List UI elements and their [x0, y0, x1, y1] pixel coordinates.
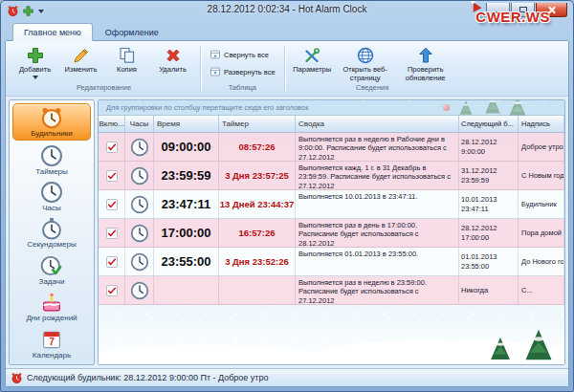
edit-button[interactable]: Изменить: [58, 44, 103, 82]
update-arrow-icon: [416, 46, 435, 65]
check-update-button[interactable]: Проверить обновление: [396, 44, 455, 82]
tree-decoration: [526, 330, 552, 360]
timer-icon: [40, 144, 63, 167]
collapse-icon: [210, 49, 221, 60]
clock-icon: [130, 252, 149, 272]
alarm-countdown: 3 Дня 23:52:26: [219, 248, 296, 275]
table-body: 09:00:00 08:57:26 Выполняется раз в неде…: [99, 133, 564, 305]
sidebar-item-alarms[interactable]: Будильники: [12, 103, 91, 141]
column-header-next[interactable]: Следующий б...: [459, 116, 519, 132]
copy-button[interactable]: Копия: [104, 44, 149, 82]
tasks-icon: [40, 254, 63, 277]
clock-icon: [130, 281, 149, 300]
quick-add-icon[interactable]: [22, 5, 34, 17]
sidebar-item-calendar[interactable]: Календарь: [12, 326, 91, 361]
app-window: 28.12.2012 0:02:34 - Hot Alarm Clock CWE…: [0, 0, 574, 392]
tree-decoration: [491, 338, 510, 359]
ribbon-divider: [284, 46, 285, 91]
alarm-next: 10.01.2013 23:47:11: [459, 190, 519, 218]
enabled-checkbox[interactable]: [106, 142, 118, 153]
sidebar-item-stopwatches[interactable]: Секундомеры: [12, 215, 91, 250]
check-icon: [107, 286, 117, 295]
globe-icon: [356, 46, 375, 65]
watermark: CWER.WS: [475, 9, 550, 25]
expand-icon: [210, 66, 221, 77]
alarm-countdown: [219, 276, 296, 304]
status-bar: Следующий будильник: 28.12.2012 9:00:00 …: [6, 368, 568, 386]
tab-main-menu[interactable]: Главное меню: [12, 23, 93, 41]
tab-appearance[interactable]: Оформление: [95, 23, 169, 41]
table-row[interactable]: 23:59:59 3 Дня 23:57:25 Выполняется кажд…: [99, 162, 564, 190]
add-button[interactable]: Добавить: [12, 44, 57, 82]
alarm-next: 28.12.2012 17:00:00: [459, 219, 519, 247]
table-row[interactable]: 23:55:00 3 Дня 23:52:26 Выполняется 01.0…: [99, 248, 564, 276]
alarm-caption: Доброе утро: [519, 133, 564, 161]
alarm-next: 01.01.2013 23:55:00: [459, 248, 519, 275]
table-row[interactable]: 17:00:00 16:57:26 Выполняется раз в день…: [99, 219, 564, 248]
enabled-checkbox[interactable]: [106, 256, 118, 268]
enabled-checkbox[interactable]: [106, 228, 118, 239]
enabled-checkbox[interactable]: [106, 170, 118, 182]
column-header-caption[interactable]: Надпись: [519, 116, 564, 132]
alarm-countdown: 16:57:26: [219, 219, 296, 247]
column-header-summary[interactable]: Сводка: [296, 116, 459, 132]
enabled-checkbox[interactable]: [106, 285, 118, 296]
ribbon-group-info: Параметры Открыть веб-страницу Проверить…: [287, 43, 458, 94]
sidebar-item-birthdays[interactable]: Дни рождений: [12, 289, 91, 324]
alarm-time: 09:00:00: [154, 133, 219, 161]
alarm-caption: До Нового года: [519, 248, 564, 275]
delete-button[interactable]: Удалить: [150, 44, 195, 82]
alarm-caption: Пора домой: [519, 219, 564, 247]
alarms-table: Для группировки по столбцу перетащите сю…: [98, 99, 565, 365]
clock-icon: [130, 224, 149, 243]
open-webpage-button[interactable]: Открыть веб-страницу: [336, 44, 395, 82]
column-header-time[interactable]: Время: [154, 116, 219, 132]
sidebar: Будильники Таймеры Часы Секундомеры Зада…: [9, 99, 95, 365]
collapse-all-button[interactable]: Свернуть все: [206, 48, 279, 61]
column-header-clock[interactable]: Часы: [125, 116, 154, 132]
clock-icon: [130, 166, 149, 185]
table-row[interactable]: 23:47:11 13 Дней 23:44:37 Выполняется 10…: [99, 190, 564, 219]
sidebar-item-tasks[interactable]: Задачи: [12, 252, 91, 288]
column-header-timer[interactable]: Таймер: [219, 116, 296, 132]
group-label-table: Таблица: [206, 82, 279, 93]
content-area: Будильники Таймеры Часы Секундомеры Зада…: [6, 97, 568, 368]
check-icon: [107, 171, 117, 181]
sidebar-item-timers[interactable]: Таймеры: [12, 142, 91, 177]
stopwatch-icon: [40, 217, 63, 240]
table-row[interactable]: Выполняется раз в неделю в 23:59:00. Рас…: [99, 276, 564, 305]
check-icon: [107, 142, 117, 152]
check-icon: [107, 257, 117, 267]
sidebar-item-clocks[interactable]: Часы: [12, 179, 91, 214]
clock-icon: [130, 195, 149, 214]
expand-all-button[interactable]: Развернуть все: [206, 65, 279, 78]
alarm-caption: С...: [519, 276, 564, 304]
chevron-down-icon[interactable]: [38, 10, 44, 13]
table-row[interactable]: 09:00:00 08:57:26 Выполняется раз в неде…: [99, 133, 564, 162]
alarm-time: 23:47:11: [154, 190, 219, 218]
alarm-countdown: 13 Дней 23:44:37: [219, 190, 296, 218]
alarm-next: 28.12.2012 9:00:00: [459, 133, 519, 161]
chevron-down-icon: [33, 76, 38, 79]
ribbon-group-editing: Добавить Изменить Копия Удалить: [10, 43, 198, 94]
check-icon: [107, 200, 117, 209]
settings-button[interactable]: Параметры: [290, 44, 335, 82]
group-label-editing: Редактирование: [12, 82, 195, 93]
app-frame: Добавить Изменить Копия Удалить: [5, 40, 569, 387]
enabled-checkbox[interactable]: [106, 199, 118, 210]
group-label-info: Сведения: [290, 82, 455, 93]
birthday-cake-icon: [40, 291, 63, 314]
column-header-enabled[interactable]: Вклю...: [99, 116, 125, 132]
group-by-drop-zone[interactable]: Для группировки по столбцу перетащите сю…: [99, 100, 564, 116]
ribbon-divider: [200, 46, 201, 91]
window-title: 28.12.2012 0:02:34 - Hot Alarm Clock: [208, 4, 367, 14]
tools-icon: [302, 46, 321, 65]
status-text: Следующий будильник: 28.12.2012 9:00:00 …: [27, 373, 269, 382]
alarm-summary: Выполняется 01.01.2013 в 23:55:00.: [296, 248, 459, 275]
alarm-summary: Выполняется раз в неделю в 23:59:00. Рас…: [296, 276, 459, 304]
alarm-time: 23:55:00: [154, 248, 219, 275]
alarm-time: [154, 276, 219, 304]
ribbon-group-table: Свернуть все Развернуть все Таблица: [203, 43, 282, 94]
app-alarm-icon[interactable]: [7, 5, 19, 17]
alarm-caption: Будильник: [519, 190, 564, 218]
